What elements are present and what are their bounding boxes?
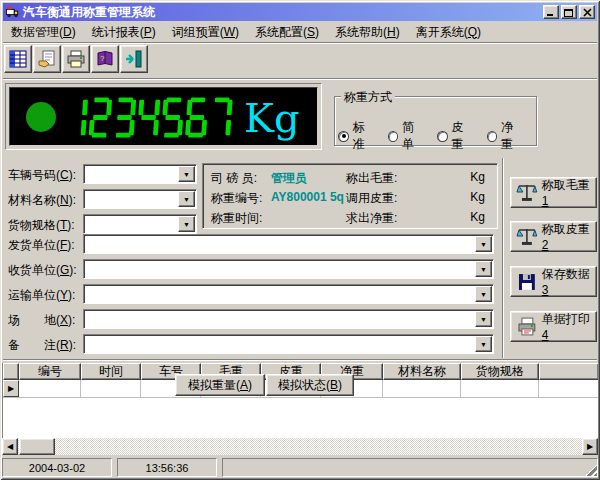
weigh-tare-label: 称取皮重2 [542,221,596,252]
sender-unit-value[interactable] [84,235,474,253]
material-name-dropdown-icon[interactable]: ▼ [178,191,195,207]
application-window: 汽车衡通用称重管理系统 数据管理(D) 统计报表(P) 词组预置(W) 系统配置… [0,0,600,480]
right-panel-separator [502,158,504,358]
record-number-label: 称重编号: [211,190,262,207]
note-dropdown-icon[interactable]: ▼ [475,336,492,352]
record-number-value: AY800001 5q [271,190,344,204]
help-book-icon: ? [95,49,115,69]
scale-icon [516,182,538,204]
toolbar: ? [3,45,597,77]
tare-weight-label: 调用皮重: [346,190,397,207]
transport-unit-label: 运输单位(Y): [8,287,75,304]
sender-unit-label: 发货单位(F): [8,237,75,254]
minimize-button[interactable] [543,5,559,19]
vehicle-number-combo[interactable]: ▼ [83,164,197,184]
tare-weight-unit: Kg [470,190,485,204]
radio-standard[interactable]: 标准 [338,119,376,153]
status-bar: 2004-03-02 13:56:36 [2,458,598,477]
save-data-button[interactable]: 保存数据3 [510,266,597,297]
radio-net[interactable]: 净重 [487,119,525,153]
menu-system-help[interactable]: 系统帮助(H) [327,22,408,43]
menu-phrase-preset[interactable]: 词组预置(W) [164,22,247,43]
weigh-time-label: 称重时间: [211,210,262,227]
transport-unit-dropdown-icon[interactable]: ▼ [475,286,492,302]
radio-net-label: 净重 [501,119,524,153]
help-book-button[interactable]: ? [91,45,119,73]
column-header-spec: 货物规格 [461,363,539,380]
transport-unit-value[interactable] [84,285,474,303]
material-name-combo[interactable]: ▼ [83,189,197,209]
close-button[interactable] [579,5,595,19]
hand-document-icon [37,49,57,69]
data-table-button[interactable] [4,45,32,73]
weight-unit-label: Kg [244,90,300,146]
column-header-material: 材料名称 [383,363,461,380]
vehicle-number-label: 车辆号码(C): [8,167,76,184]
vehicle-number-value[interactable] [84,165,177,183]
site-value[interactable] [84,310,474,328]
gross-weight-label: 称出毛重: [346,170,397,187]
goods-spec-dropdown-icon[interactable]: ▼ [178,216,195,232]
simulate-status-button[interactable]: 模拟状态(B) [266,374,354,396]
radio-tare[interactable]: 皮重 [437,119,475,153]
grid-horizontal-scrollbar[interactable]: ◀ ▶ [2,438,598,455]
radio-simple-label: 简单 [402,119,425,153]
truck-scale-icon [5,5,20,19]
simulate-weight-button[interactable]: 模拟重量(A) [175,374,265,396]
weight-display-panel: Kg [5,83,322,150]
radio-simple-circle[interactable] [388,131,399,142]
radio-standard-circle[interactable] [338,131,349,142]
weight-display: Kg [9,87,318,146]
scroll-left-button[interactable]: ◀ [2,438,18,455]
receiver-unit-combo[interactable]: ▼ [83,259,494,279]
menu-bar: 数据管理(D) 统计报表(P) 词组预置(W) 系统配置(S) 系统帮助(H) … [3,22,597,42]
printer-button[interactable] [62,45,90,73]
sender-unit-combo[interactable]: ▼ [83,234,494,254]
minimize-icon [546,8,556,17]
close-icon [583,8,592,17]
note-label: 备 注(R): [8,337,76,354]
print-receipt-button[interactable]: 单据打印4 [510,311,597,342]
radio-net-circle[interactable] [487,131,498,142]
resize-grip[interactable] [585,464,597,476]
transport-unit-combo[interactable]: ▼ [83,284,494,304]
simulate-weight-label: 模拟重量(A) [188,377,252,394]
maximize-button[interactable] [561,5,577,19]
grid-corner-cell [3,363,19,380]
radio-tare-circle[interactable] [437,131,448,142]
save-data-label: 保存数据3 [542,266,596,297]
maximize-icon [564,8,574,17]
note-combo[interactable]: ▼ [83,334,494,354]
data-table-icon [8,49,28,69]
scroll-right-button[interactable]: ▶ [582,438,598,455]
note-value[interactable] [84,335,474,353]
radio-simple[interactable]: 简单 [388,119,426,153]
weigh-tare-button[interactable]: 称取皮重2 [510,221,597,252]
sender-unit-dropdown-icon[interactable]: ▼ [475,236,492,252]
toolbar-separator [3,78,597,80]
menu-statistics-report[interactable]: 统计报表(P) [84,22,164,43]
scrollbar-thumb[interactable] [19,438,55,455]
menu-data-management[interactable]: 数据管理(D) [3,22,84,43]
site-label: 场 地(X): [8,312,75,329]
menu-system-config[interactable]: 系统配置(S) [247,22,327,43]
goods-spec-value[interactable] [84,215,177,233]
receiver-unit-dropdown-icon[interactable]: ▼ [475,261,492,277]
goods-spec-combo[interactable]: ▼ [83,214,197,234]
hand-document-button[interactable] [33,45,61,73]
print-receipt-label: 单据打印4 [542,311,596,342]
status-message-panel [222,458,598,477]
receiver-unit-value[interactable] [84,260,474,278]
site-combo[interactable]: ▼ [83,309,494,329]
column-header-time: 时间 [81,363,141,380]
save-floppy-icon [516,271,538,293]
menu-exit-system[interactable]: 离开系统(Q) [408,22,489,43]
title-bar: 汽车衡通用称重管理系统 [3,3,597,21]
radio-tare-label: 皮重 [452,119,475,153]
vehicle-number-dropdown-icon[interactable]: ▼ [178,166,195,182]
exit-button[interactable] [120,45,148,73]
window-title: 汽车衡通用称重管理系统 [23,4,155,21]
site-dropdown-icon[interactable]: ▼ [475,311,492,327]
material-name-value[interactable] [84,190,177,208]
weigh-gross-button[interactable]: 称取毛重1 [510,177,597,208]
